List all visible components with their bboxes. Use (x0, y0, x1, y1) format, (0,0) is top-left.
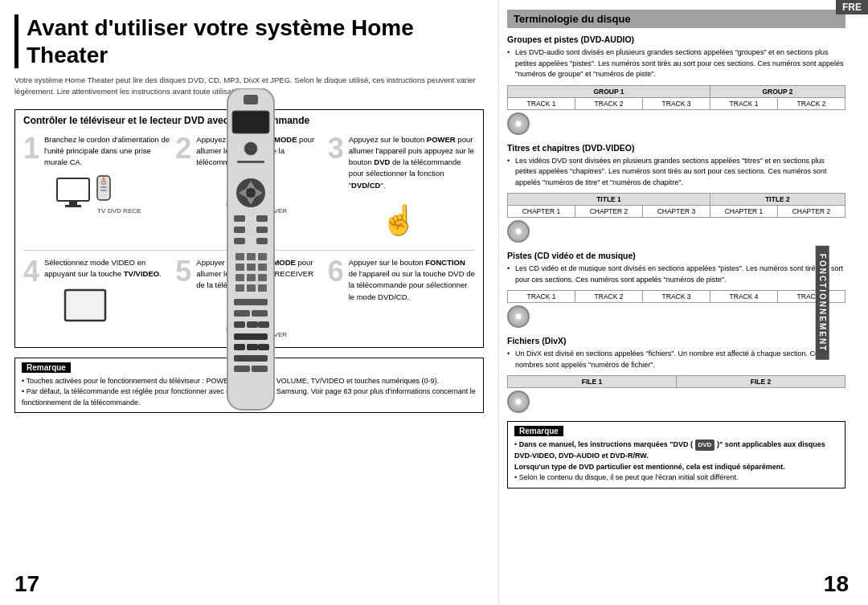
track-diagram-titles: TITLE 1 TITLE 2 CHAPTER 1CHAPTER 2CHAPTE… (507, 193, 845, 243)
step-1-image: TV DVD RECEIVER (23, 174, 170, 219)
track-diagram-groups: GROUP 1 GROUP 2 TRACK 1TRACK 2TRACK 3TRA… (507, 85, 845, 135)
remote-control-illustration (221, 88, 285, 427)
subsection-title-titles: Titres et chapitres (DVD-VIDEO) (507, 143, 845, 153)
svg-rect-0 (57, 178, 89, 201)
svg-rect-21 (65, 290, 105, 321)
step-4-image (23, 286, 170, 334)
svg-rect-5 (100, 186, 107, 188)
svg-text:DVD RECEIVER: DVD RECEIVER (108, 207, 141, 215)
subsection-title-files: Fichiers (DivX) (507, 336, 845, 345)
step-5-num: 5 (175, 257, 191, 286)
svg-rect-67 (234, 333, 268, 340)
svg-rect-70 (258, 344, 269, 350)
main-title: Avant d'utiliser votre système Home Thea… (14, 14, 484, 68)
svg-rect-34 (232, 111, 269, 133)
remark-label-right: Remarque (514, 426, 563, 436)
fre-badge: FRE (836, 0, 868, 14)
svg-rect-36 (237, 161, 264, 163)
bullet-groups: Les DVD-audio sont divisés en plusieurs … (507, 47, 845, 80)
svg-rect-72 (234, 366, 250, 372)
step-1: 1 Branchez le cordon d'alimentation de l… (23, 134, 170, 242)
step-6: 6 Appuyer sur le bouton FONCTION de l'ap… (328, 257, 475, 342)
remark-label-left: Remarque (22, 362, 71, 373)
fonctionnement-label: FONCTIONNEMENT (815, 245, 829, 359)
svg-rect-49 (235, 253, 244, 260)
svg-rect-64 (234, 321, 245, 328)
svg-rect-53 (247, 264, 256, 271)
remark-box-right: Remarque • Dans ce manuel, les instructi… (507, 421, 845, 488)
svg-point-4 (101, 180, 106, 185)
svg-point-42 (246, 188, 256, 198)
subsection-title-tracks: Pistes (CD vidéo et de musique) (507, 251, 845, 260)
svg-text:☝: ☝ (381, 202, 417, 237)
bullet-files: Un DivX est divisé en sections appelées … (507, 349, 845, 370)
svg-rect-45 (234, 227, 245, 233)
section-header: Terminologie du disque (507, 10, 845, 28)
subsection-tracks: Pistes (CD vidéo et de musique) Les CD v… (507, 251, 845, 328)
bullet-tracks: Les CD vidéo et de musique sont divisés … (507, 264, 845, 285)
svg-rect-69 (247, 344, 258, 350)
step-6-content: Appuyer sur le bouton FONCTION de l'appa… (349, 257, 475, 303)
step-1-num: 1 (23, 134, 39, 163)
svg-rect-48 (256, 238, 268, 244)
svg-rect-55 (235, 274, 244, 281)
disk-icon-tracks (507, 305, 530, 328)
svg-rect-57 (258, 274, 267, 281)
step-4-content: Sélectionnez mode VIDEO en appuyant sur … (44, 257, 170, 280)
track-diagram-tracks: TRACK 1TRACK 2TRACK 3TRACK 4TRACK 5 (507, 290, 845, 328)
svg-rect-61 (234, 299, 268, 305)
svg-rect-71 (234, 355, 268, 362)
disk-icon-groups (507, 112, 530, 135)
svg-rect-1 (69, 201, 77, 205)
svg-rect-66 (258, 321, 269, 328)
svg-rect-58 (235, 284, 244, 292)
step-1-content: Branchez le cordon d'alimentation de l'u… (44, 134, 170, 169)
page-num-left: 17 (14, 571, 39, 597)
svg-rect-47 (234, 238, 245, 244)
svg-point-7 (102, 178, 104, 180)
svg-rect-59 (247, 284, 256, 292)
svg-rect-43 (234, 215, 245, 222)
svg-rect-50 (247, 253, 256, 260)
svg-rect-60 (258, 284, 267, 292)
svg-rect-68 (234, 344, 245, 350)
svg-rect-2 (65, 205, 81, 207)
svg-rect-56 (247, 274, 256, 281)
svg-rect-44 (256, 215, 268, 222)
bullet-titles: Les vidéos DVD sont divisées en plusieur… (507, 156, 845, 189)
page-num-right: 18 (824, 571, 849, 597)
svg-rect-54 (258, 264, 267, 271)
right-panel: FRE Terminologie du disque Groupes et pi… (498, 0, 868, 605)
svg-rect-62 (234, 310, 250, 317)
svg-rect-63 (252, 310, 268, 317)
subsection-files: Fichiers (DivX) Un DivX est divisé en se… (507, 336, 845, 413)
step-3-num: 3 (328, 134, 344, 163)
subsection-groups: Groupes et pistes (DVD-AUDIO) Les DVD-au… (507, 35, 845, 135)
note-text-right: • Dans ce manuel, les instructions marqu… (514, 439, 838, 484)
step-3-content: Appuyez sur le bouton POWER pour allumer… (349, 134, 475, 191)
svg-text:TV: TV (97, 207, 106, 215)
disk-icon-files (507, 390, 530, 413)
svg-rect-6 (100, 190, 107, 191)
svg-rect-33 (244, 95, 258, 104)
svg-rect-46 (256, 227, 268, 233)
step-4-num: 4 (23, 257, 39, 286)
svg-rect-65 (247, 321, 258, 328)
svg-point-35 (244, 142, 257, 155)
subsection-title-groups: Groupes et pistes (DVD-AUDIO) (507, 35, 845, 44)
step-2-num: 2 (175, 134, 191, 163)
step-3: 3 Appuyez sur le bouton POWER pour allum… (328, 134, 475, 242)
step-6-num: 6 (328, 257, 344, 286)
svg-rect-73 (252, 366, 268, 372)
track-diagram-files: FILE 1 FILE 2 (507, 375, 845, 413)
step-4: 4 Sélectionnez mode VIDEO en appuyant su… (23, 257, 170, 342)
svg-rect-51 (258, 253, 267, 260)
step-3-image: ☝ (328, 198, 475, 242)
disk-icon-titles (507, 220, 530, 243)
svg-rect-52 (235, 264, 244, 271)
subsection-titles: Titres et chapitres (DVD-VIDEO) Les vidé… (507, 143, 845, 243)
